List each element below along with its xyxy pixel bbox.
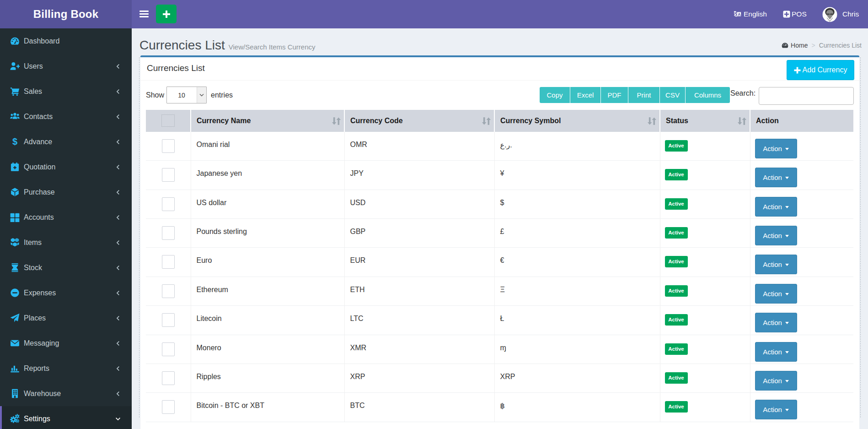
svg-text:$: $ [12, 137, 17, 147]
